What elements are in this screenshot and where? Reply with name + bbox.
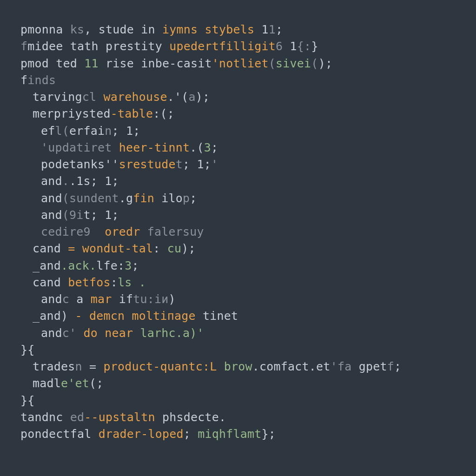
code-token: .'( bbox=[167, 90, 189, 104]
code-token: cu bbox=[167, 242, 182, 255]
code-token bbox=[76, 326, 83, 340]
code-token: a bbox=[189, 90, 196, 104]
code-line[interactable]: }{ bbox=[20, 342, 476, 358]
code-line[interactable]: pmonna ks, stude in iymns stybels 11; bbox=[20, 21, 476, 38]
code-token: , stude in bbox=[84, 23, 162, 36]
code-token: ; bbox=[184, 427, 198, 441]
code-token: ) bbox=[169, 292, 176, 306]
code-line[interactable]: madle'et(; bbox=[20, 375, 476, 392]
code-token: cl bbox=[82, 90, 97, 104]
code-token: n bbox=[75, 360, 82, 373]
code-line[interactable]: 'updatiret heer-tinnt.(3; bbox=[20, 139, 476, 156]
code-token: tu:iи bbox=[133, 292, 168, 306]
code-token: pmod ted bbox=[20, 57, 84, 70]
code-token: 1 bbox=[283, 40, 297, 53]
code-token: tinet bbox=[196, 309, 238, 323]
code-token: phsdecte. bbox=[155, 410, 226, 424]
code-token: 'updatiret bbox=[41, 141, 112, 154]
code-token: 1 bbox=[254, 23, 269, 36]
code-token: -table bbox=[111, 107, 153, 120]
code-token: and bbox=[41, 292, 62, 306]
code-token: (sundent bbox=[62, 192, 119, 205]
code-token: ; bbox=[276, 23, 283, 36]
code-token: sivei bbox=[276, 57, 311, 70]
code-token: lfe: bbox=[96, 259, 125, 272]
code-line[interactable]: cedire9 oredr falersuy bbox=[20, 224, 476, 240]
code-token: 11 bbox=[84, 57, 99, 70]
code-token: .ack. bbox=[61, 259, 96, 272]
code-token: 6 bbox=[276, 40, 283, 53]
code-line[interactable]: and(sundent.gfin ilop; bbox=[20, 190, 476, 207]
code-line[interactable]: }{ bbox=[20, 392, 476, 409]
code-line[interactable]: andc' do near larhc.a)' bbox=[20, 325, 476, 342]
code-token: ef bbox=[41, 124, 55, 138]
code-line[interactable]: _and) - demcn moltiпage tinet bbox=[20, 308, 476, 324]
code-token: and bbox=[41, 174, 62, 188]
code-token: f bbox=[20, 73, 27, 87]
code-line[interactable]: cand = wondut-tal: cu); bbox=[20, 240, 476, 257]
code-token bbox=[133, 326, 140, 340]
code-line[interactable]: podetanks''srestudet; 1;' bbox=[20, 156, 476, 173]
code-token: ); bbox=[196, 90, 210, 104]
code-line[interactable]: _and.ack.lfe:3; bbox=[20, 258, 476, 274]
code-token: iymns stybels bbox=[162, 23, 254, 36]
code-line[interactable]: merpriysted-table:(; bbox=[20, 106, 476, 122]
code-token: ; bbox=[211, 141, 218, 154]
code-line[interactable]: and(9it; 1; bbox=[20, 207, 476, 224]
code-token: .( bbox=[190, 141, 204, 154]
code-token: 1 bbox=[269, 23, 276, 36]
code-token: cand bbox=[33, 242, 68, 255]
code-token: ); bbox=[318, 57, 333, 70]
code-line[interactable]: pondectfal drader-loped; miqhflamt}; bbox=[20, 426, 476, 443]
code-line[interactable]: and..1s; 1; bbox=[20, 173, 476, 190]
code-token: pmonna bbox=[20, 23, 70, 36]
code-token: ; 1; bbox=[183, 158, 211, 171]
code-token: ' bbox=[211, 158, 218, 171]
code-token: p bbox=[183, 192, 190, 205]
code-token: tandnc bbox=[20, 410, 70, 424]
code-token: _and bbox=[33, 259, 61, 272]
code-token: .g bbox=[119, 192, 133, 205]
code-token: madl bbox=[33, 377, 61, 390]
code-token: and bbox=[41, 192, 62, 205]
code-token: ; bbox=[190, 192, 197, 205]
code-line[interactable]: tarvingcl warehouse.'(a); bbox=[20, 89, 476, 106]
code-token: mar bbox=[91, 292, 112, 306]
code-token bbox=[140, 225, 147, 238]
code-token: ( bbox=[269, 57, 276, 70]
code-line[interactable]: tandnc ed--upstaltn phsdecte. bbox=[20, 409, 476, 426]
code-token: erfai bbox=[69, 124, 105, 138]
code-token: ); bbox=[181, 242, 196, 255]
code-line[interactable]: finds bbox=[20, 72, 476, 89]
code-token: : bbox=[111, 276, 118, 289]
code-token: product-quantc:L bbox=[104, 360, 217, 373]
code-line[interactable]: efl(erfain; 1; bbox=[20, 123, 476, 139]
code-token: tarving bbox=[33, 90, 82, 104]
code-token: ; bbox=[394, 360, 401, 373]
code-token bbox=[91, 225, 105, 238]
code-token: _and) bbox=[33, 309, 75, 323]
code-token: midee tath prestity bbox=[27, 40, 169, 53]
code-token: srestude bbox=[119, 158, 176, 171]
code-token: ls . bbox=[118, 276, 146, 289]
code-token: }{ bbox=[20, 394, 35, 407]
code-token: wondut-tal bbox=[82, 242, 153, 255]
code-token: ks bbox=[70, 23, 85, 36]
code-token: brow bbox=[224, 360, 252, 373]
code-token bbox=[217, 360, 224, 373]
code-line[interactable]: pmod ted 11 rise inbe-casit'notliet(sive… bbox=[20, 55, 476, 72]
code-token bbox=[82, 309, 89, 323]
code-token: n bbox=[105, 124, 112, 138]
code-token: miqhflamt bbox=[198, 427, 261, 441]
code-line[interactable]: tradesn = product-quantc:L brow.comfact.… bbox=[20, 358, 476, 375]
code-editor[interactable]: pmonna ks, stude in iymns stybels 11;fmi… bbox=[0, 0, 476, 443]
code-line[interactable]: andc a mar iftu:iи) bbox=[20, 291, 476, 308]
code-token: gpet bbox=[351, 360, 387, 373]
code-line[interactable]: fmidee tath prestity upedertfilligit6 1{… bbox=[20, 38, 476, 55]
code-token: t; 1; bbox=[84, 208, 119, 222]
code-token: demcn moltiпage bbox=[89, 309, 196, 323]
code-token: t bbox=[176, 158, 183, 171]
code-line[interactable]: cand betfos:ls . bbox=[20, 274, 476, 291]
code-token: falersuy bbox=[147, 225, 204, 238]
code-token: and bbox=[41, 208, 62, 222]
